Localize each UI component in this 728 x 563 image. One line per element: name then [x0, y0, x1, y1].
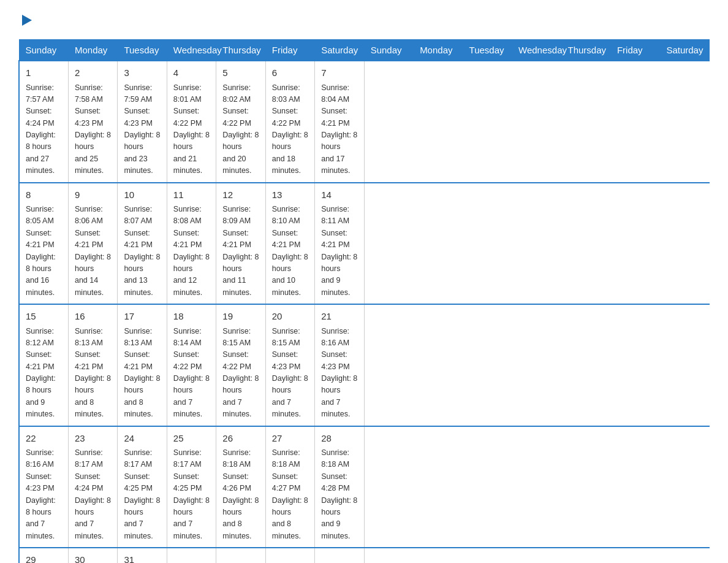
calendar-cell: 24Sunrise: 8:17 AMSunset: 4:25 PMDayligh…	[118, 426, 167, 548]
calendar-cell: 17Sunrise: 8:13 AMSunset: 4:21 PMDayligh…	[118, 304, 167, 426]
day-number: 16	[75, 310, 111, 324]
day-number: 4	[173, 66, 210, 80]
week-row-1: 1Sunrise: 7:57 AMSunset: 4:24 PMDaylight…	[19, 61, 710, 183]
day-number: 8	[26, 188, 62, 202]
logo	[18, 12, 33, 27]
calendar-cell: 1Sunrise: 7:57 AMSunset: 4:24 PMDaylight…	[19, 61, 68, 183]
calendar-cell: 27Sunrise: 8:18 AMSunset: 4:27 PMDayligh…	[265, 426, 314, 548]
calendar-table: SundayMondayTuesdayWednesdayThursdayFrid…	[18, 39, 710, 563]
day-number: 15	[26, 310, 62, 324]
calendar-cell: 14Sunrise: 8:11 AMSunset: 4:21 PMDayligh…	[315, 183, 364, 305]
calendar-cell	[265, 548, 314, 563]
week-row-4: 22Sunrise: 8:16 AMSunset: 4:23 PMDayligh…	[19, 426, 710, 548]
day-info: Sunrise: 7:57 AMSunset: 4:24 PMDaylight:…	[26, 82, 62, 177]
calendar-cell: 7Sunrise: 8:04 AMSunset: 4:21 PMDaylight…	[315, 61, 364, 183]
header-tuesday: Tuesday	[118, 40, 167, 61]
day-number: 26	[222, 432, 259, 446]
day-number: 18	[173, 310, 210, 324]
day-info: Sunrise: 8:03 AMSunset: 4:22 PMDaylight:…	[272, 82, 308, 177]
day-info: Sunrise: 8:17 AMSunset: 4:25 PMDaylight:…	[124, 447, 160, 542]
day-info: Sunrise: 7:58 AMSunset: 4:23 PMDaylight:…	[75, 82, 111, 177]
header-friday: Friday	[265, 40, 314, 61]
calendar-cell: 15Sunrise: 8:12 AMSunset: 4:21 PMDayligh…	[19, 304, 68, 426]
header-thursday: Thursday	[216, 40, 265, 61]
day-number: 21	[321, 310, 357, 324]
day-number: 29	[26, 553, 62, 563]
day-number: 7	[321, 66, 357, 80]
calendar-cell: 18Sunrise: 8:14 AMSunset: 4:22 PMDayligh…	[167, 304, 216, 426]
day-info: Sunrise: 8:02 AMSunset: 4:22 PMDaylight:…	[222, 82, 259, 177]
day-number: 2	[75, 66, 111, 80]
calendar-cell: 8Sunrise: 8:05 AMSunset: 4:21 PMDaylight…	[19, 183, 68, 305]
day-number: 12	[222, 188, 259, 202]
calendar-cell: 31Sunrise: 8:18 AMSunset: 4:30 PMDayligh…	[118, 548, 167, 563]
day-info: Sunrise: 8:18 AMSunset: 4:26 PMDaylight:…	[222, 447, 259, 542]
day-info: Sunrise: 8:15 AMSunset: 4:23 PMDaylight:…	[272, 326, 308, 421]
svg-marker-0	[22, 15, 32, 26]
calendar-cell: 26Sunrise: 8:18 AMSunset: 4:26 PMDayligh…	[216, 426, 265, 548]
calendar-cell: 25Sunrise: 8:17 AMSunset: 4:25 PMDayligh…	[167, 426, 216, 548]
calendar-cell	[216, 548, 265, 563]
day-number: 24	[124, 432, 160, 446]
header-friday: Friday	[610, 40, 659, 61]
day-info: Sunrise: 8:13 AMSunset: 4:21 PMDaylight:…	[124, 326, 160, 421]
day-number: 22	[26, 432, 62, 446]
day-number: 31	[124, 553, 160, 563]
calendar-cell: 3Sunrise: 7:59 AMSunset: 4:23 PMDaylight…	[118, 61, 167, 183]
day-info: Sunrise: 8:11 AMSunset: 4:21 PMDaylight:…	[321, 204, 357, 299]
day-info: Sunrise: 8:16 AMSunset: 4:23 PMDaylight:…	[26, 447, 62, 542]
calendar-cell	[167, 548, 216, 563]
calendar-cell: 30Sunrise: 8:18 AMSunset: 4:29 PMDayligh…	[68, 548, 117, 563]
day-info: Sunrise: 8:05 AMSunset: 4:21 PMDaylight:…	[26, 204, 62, 299]
day-number: 20	[272, 310, 308, 324]
day-info: Sunrise: 8:01 AMSunset: 4:22 PMDaylight:…	[173, 82, 210, 177]
header-wednesday: Wednesday	[167, 40, 216, 61]
calendar-cell: 2Sunrise: 7:58 AMSunset: 4:23 PMDaylight…	[68, 61, 117, 183]
week-row-5: 29Sunrise: 8:18 AMSunset: 4:28 PMDayligh…	[19, 548, 710, 563]
calendar-cell: 16Sunrise: 8:13 AMSunset: 4:21 PMDayligh…	[68, 304, 117, 426]
header-sunday: Sunday	[364, 40, 413, 61]
day-number: 27	[272, 432, 308, 446]
header-thursday: Thursday	[561, 40, 610, 61]
calendar-cell: 11Sunrise: 8:08 AMSunset: 4:21 PMDayligh…	[167, 183, 216, 305]
day-info: Sunrise: 8:13 AMSunset: 4:21 PMDaylight:…	[75, 326, 111, 421]
day-info: Sunrise: 8:06 AMSunset: 4:21 PMDaylight:…	[75, 204, 111, 299]
calendar-cell: 4Sunrise: 8:01 AMSunset: 4:22 PMDaylight…	[167, 61, 216, 183]
day-info: Sunrise: 8:08 AMSunset: 4:21 PMDaylight:…	[173, 204, 210, 299]
header-monday: Monday	[414, 40, 463, 61]
header-tuesday: Tuesday	[463, 40, 512, 61]
header-saturday: Saturday	[315, 40, 364, 61]
page-header	[18, 12, 710, 27]
day-number: 6	[272, 66, 308, 80]
day-number: 30	[75, 553, 111, 563]
day-info: Sunrise: 8:17 AMSunset: 4:24 PMDaylight:…	[75, 447, 111, 542]
calendar-cell: 19Sunrise: 8:15 AMSunset: 4:22 PMDayligh…	[216, 304, 265, 426]
calendar-cell: 12Sunrise: 8:09 AMSunset: 4:21 PMDayligh…	[216, 183, 265, 305]
header-sunday: Sunday	[19, 40, 68, 61]
logo-arrow-icon	[20, 13, 33, 27]
calendar-cell: 9Sunrise: 8:06 AMSunset: 4:21 PMDaylight…	[68, 183, 117, 305]
day-info: Sunrise: 8:18 AMSunset: 4:27 PMDaylight:…	[272, 447, 308, 542]
header-monday: Monday	[68, 40, 117, 61]
day-number: 1	[26, 66, 62, 80]
day-number: 3	[124, 66, 160, 80]
day-info: Sunrise: 8:17 AMSunset: 4:25 PMDaylight:…	[173, 447, 210, 542]
day-number: 17	[124, 310, 160, 324]
week-row-3: 15Sunrise: 8:12 AMSunset: 4:21 PMDayligh…	[19, 304, 710, 426]
week-row-2: 8Sunrise: 8:05 AMSunset: 4:21 PMDaylight…	[19, 183, 710, 305]
calendar-header-row: SundayMondayTuesdayWednesdayThursdayFrid…	[19, 40, 710, 61]
day-number: 23	[75, 432, 111, 446]
day-number: 13	[272, 188, 308, 202]
calendar-cell: 10Sunrise: 8:07 AMSunset: 4:21 PMDayligh…	[118, 183, 167, 305]
day-number: 9	[75, 188, 111, 202]
day-info: Sunrise: 8:07 AMSunset: 4:21 PMDaylight:…	[124, 204, 160, 299]
day-number: 11	[173, 188, 210, 202]
day-info: Sunrise: 8:14 AMSunset: 4:22 PMDaylight:…	[173, 326, 210, 421]
calendar-cell: 29Sunrise: 8:18 AMSunset: 4:28 PMDayligh…	[19, 548, 68, 563]
calendar-cell: 28Sunrise: 8:18 AMSunset: 4:28 PMDayligh…	[315, 426, 364, 548]
calendar-cell: 6Sunrise: 8:03 AMSunset: 4:22 PMDaylight…	[265, 61, 314, 183]
day-info: Sunrise: 8:12 AMSunset: 4:21 PMDaylight:…	[26, 326, 62, 421]
calendar-cell: 13Sunrise: 8:10 AMSunset: 4:21 PMDayligh…	[265, 183, 314, 305]
calendar-cell: 22Sunrise: 8:16 AMSunset: 4:23 PMDayligh…	[19, 426, 68, 548]
header-saturday: Saturday	[660, 40, 710, 61]
